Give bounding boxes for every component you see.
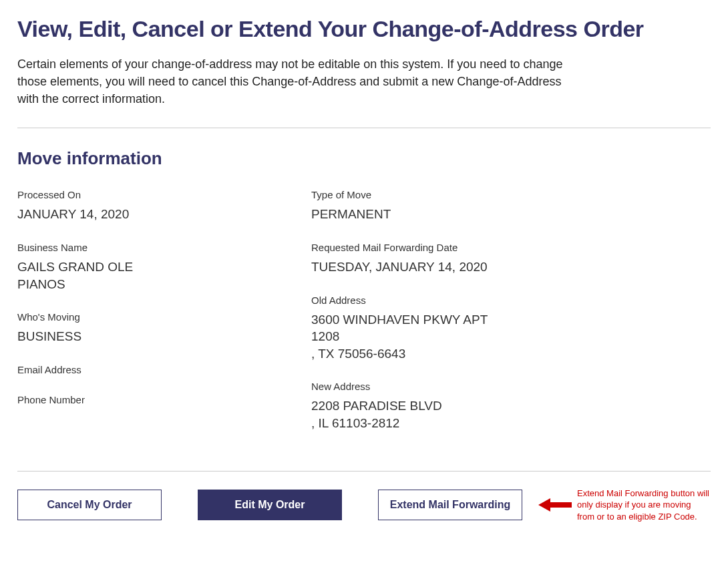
new-address-label: New Address [311,381,578,392]
right-column: Type of Move PERMANENT Requested Mail Fo… [311,189,578,450]
email-label: Email Address [17,364,285,375]
arrow-left-icon [538,497,572,513]
new-address-value: 2208 PARADISE BLVD , IL 61103-2812 [311,397,578,431]
business-name-value: GAILS GRAND OLE PIANOS [17,258,164,293]
old-address-value: 3600 WINDHAVEN PKWY APT 1208 , TX 75056-… [311,311,498,363]
section-move-info-title: Move information [17,148,711,169]
divider-bottom [17,471,711,472]
divider-top [17,128,711,128]
field-type-of-move: Type of Move PERMANENT [311,189,578,223]
type-of-move-label: Type of Move [311,189,578,200]
phone-label: Phone Number [17,394,285,405]
page-title: View, Edit, Cancel or Extend Your Change… [17,16,711,42]
svg-marker-0 [538,498,572,512]
requested-date-label: Requested Mail Forwarding Date [311,242,578,253]
field-phone: Phone Number [17,394,285,405]
field-requested-date: Requested Mail Forwarding Date TUESDAY, … [311,242,578,276]
whos-moving-label: Who's Moving [17,311,285,323]
field-processed-on: Processed On JANUARY 14, 2020 [17,189,285,223]
button-row: Cancel My Order Edit My Order Extend Mai… [17,488,711,523]
business-name-label: Business Name [17,242,285,253]
move-info-grid: Processed On JANUARY 14, 2020 Business N… [17,189,711,450]
annotation-text: Extend Mail Forwarding button will only … [577,488,711,523]
cancel-my-order-button[interactable]: Cancel My Order [17,490,162,520]
field-old-address: Old Address 3600 WINDHAVEN PKWY APT 1208… [311,295,578,363]
annotation-group: Extend Mail Forwarding button will only … [538,488,711,523]
extend-mail-forwarding-button[interactable]: Extend Mail Forwarding [378,490,522,520]
type-of-move-value: PERMANENT [311,206,578,223]
field-whos-moving: Who's Moving BUSINESS [17,311,285,345]
field-email: Email Address [17,364,285,375]
edit-my-order-button[interactable]: Edit My Order [198,490,342,520]
left-column: Processed On JANUARY 14, 2020 Business N… [17,189,285,450]
intro-text: Certain elements of your change-of-addre… [17,55,585,108]
whos-moving-value: BUSINESS [17,328,285,345]
requested-date-value: TUESDAY, JANUARY 14, 2020 [311,258,578,276]
processed-on-label: Processed On [17,189,285,200]
field-new-address: New Address 2208 PARADISE BLVD , IL 6110… [311,381,578,431]
field-business-name: Business Name GAILS GRAND OLE PIANOS [17,242,285,293]
old-address-label: Old Address [311,295,578,306]
processed-on-value: JANUARY 14, 2020 [17,206,285,223]
